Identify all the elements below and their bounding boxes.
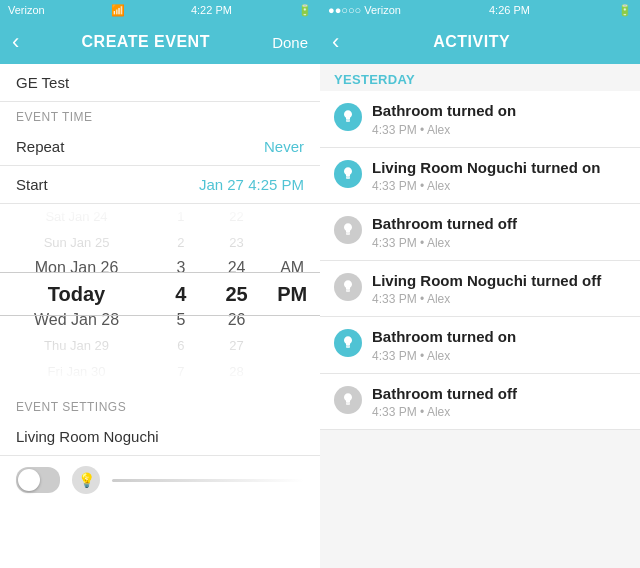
left-status-bar: Verizon 📶 4:22 PM 🔋 [0, 0, 320, 20]
activity-content: Living Room Noguchi turned off4:33 PM • … [372, 271, 626, 307]
picker-item[interactable]: Wed Jan 28 [0, 307, 153, 333]
picker-item[interactable] [264, 230, 320, 256]
right-panel: ●●○○○ Verizon 4:26 PM 🔋 ‹ ACTIVITY YESTE… [320, 0, 640, 568]
picker-item[interactable]: Mon Jan 26 [0, 255, 153, 281]
device-name: Living Room Noguchi [16, 428, 159, 445]
start-value: Jan 27 4:25 PM [199, 176, 304, 193]
brightness-slider[interactable] [112, 479, 304, 482]
picker-item[interactable]: Thu Jan 29 [0, 333, 153, 359]
event-settings-label: EVENT SETTINGS [0, 392, 320, 418]
activity-meta: 4:33 PM • Alex [372, 123, 626, 137]
picker-item[interactable] [264, 333, 320, 359]
picker-item[interactable]: Sun Jan 25 [0, 230, 153, 256]
activity-title: Living Room Noguchi turned off [372, 271, 626, 291]
activity-item: Bathroom turned on4:33 PM • Alex [320, 317, 640, 374]
right-status-bar: ●●○○○ Verizon 4:26 PM 🔋 [320, 0, 640, 20]
bulb-icon: 💡 [72, 466, 100, 494]
picker-item[interactable]: 22 [209, 204, 265, 230]
event-time-section: EVENT TIME Repeat Never Start Jan 27 4:2… [0, 102, 320, 204]
left-time: 4:22 PM [191, 4, 232, 16]
off-toggle[interactable] [16, 467, 60, 493]
picker-item[interactable]: 4 [153, 281, 209, 307]
repeat-row[interactable]: Repeat Never [0, 128, 320, 166]
activity-content: Bathroom turned off4:33 PM • Alex [372, 384, 626, 420]
bulb-on-icon [334, 329, 362, 357]
picker-col-date[interactable]: Sat Jan 24Sun Jan 25Mon Jan 26TodayWed J… [0, 204, 153, 384]
activity-meta: 4:33 PM • Alex [372, 405, 626, 419]
activity-content: Bathroom turned on4:33 PM • Alex [372, 327, 626, 363]
repeat-label: Repeat [16, 138, 64, 155]
event-settings-section: EVENT SETTINGS Living Room Noguchi 💡 [0, 392, 320, 504]
left-panel: Verizon 📶 4:22 PM 🔋 ‹ CREATE EVENT Done … [0, 0, 320, 568]
activity-content: Bathroom turned on4:33 PM • Alex [372, 101, 626, 137]
right-back-button[interactable]: ‹ [332, 29, 339, 55]
yesterday-header: YESTERDAY [320, 64, 640, 91]
activity-content: Living Room Noguchi turned on4:33 PM • A… [372, 158, 626, 194]
activity-content: Bathroom turned off4:33 PM • Alex [372, 214, 626, 250]
activity-title: Bathroom turned on [372, 101, 626, 121]
picker-item[interactable]: 5 [153, 307, 209, 333]
activity-title: Living Room Noguchi turned on [372, 158, 626, 178]
done-button[interactable]: Done [272, 34, 308, 51]
date-time-picker[interactable]: Sat Jan 24Sun Jan 25Mon Jan 26TodayWed J… [0, 204, 320, 384]
activity-item: Living Room Noguchi turned off4:33 PM • … [320, 261, 640, 318]
left-wifi-icon: 📶 [111, 4, 125, 17]
activity-title: Bathroom turned off [372, 384, 626, 404]
bulb-off-icon [334, 386, 362, 414]
back-button[interactable]: ‹ [12, 29, 19, 55]
activity-items-container: Bathroom turned on4:33 PM • Alex Living … [320, 91, 640, 430]
bulb-on-icon [334, 160, 362, 188]
picker-item[interactable]: Fri Jan 30 [0, 358, 153, 384]
bulb-off-icon [334, 216, 362, 244]
activity-title: Bathroom turned on [372, 327, 626, 347]
right-header: ‹ ACTIVITY [320, 20, 640, 64]
picker-item[interactable]: AM [264, 255, 320, 281]
picker-item[interactable]: 26 [209, 307, 265, 333]
picker-item[interactable]: Sat Jan 24 [0, 204, 153, 230]
picker-col-ampm[interactable]: AMPM [264, 204, 320, 384]
start-label: Start [16, 176, 48, 193]
start-row[interactable]: Start Jan 27 4:25 PM [0, 166, 320, 204]
create-event-title: CREATE EVENT [82, 33, 210, 51]
activity-item: Living Room Noguchi turned on4:33 PM • A… [320, 148, 640, 205]
activity-meta: 4:33 PM • Alex [372, 236, 626, 250]
picker-item[interactable]: 25 [209, 281, 265, 307]
activity-meta: 4:33 PM • Alex [372, 179, 626, 193]
picker-item[interactable]: 24 [209, 255, 265, 281]
device-row: Living Room Noguchi [0, 418, 320, 456]
picker-item[interactable]: 7 [153, 358, 209, 384]
picker-item[interactable]: 3 [153, 255, 209, 281]
picker-item[interactable] [264, 204, 320, 230]
picker-item[interactable]: 1 [153, 204, 209, 230]
picker-item[interactable] [264, 358, 320, 384]
picker-item[interactable]: 28 [209, 358, 265, 384]
picker-col-min[interactable]: 22232425262728 [209, 204, 265, 384]
picker-item[interactable]: 23 [209, 230, 265, 256]
ge-test-row: GE Test [0, 64, 320, 102]
repeat-value: Never [264, 138, 304, 155]
activity-item: Bathroom turned on4:33 PM • Alex [320, 91, 640, 148]
bulb-on-icon [334, 103, 362, 131]
activity-list: YESTERDAY Bathroom turned on4:33 PM • Al… [320, 64, 640, 568]
activity-item: Bathroom turned off4:33 PM • Alex [320, 374, 640, 431]
activity-meta: 4:33 PM • Alex [372, 349, 626, 363]
activity-title: ACTIVITY [433, 33, 510, 51]
picker-item[interactable]: 6 [153, 333, 209, 359]
right-time: 4:26 PM [489, 4, 530, 16]
activity-title: Bathroom turned off [372, 214, 626, 234]
left-carrier: Verizon [8, 4, 45, 16]
right-carrier: ●●○○○ Verizon [328, 4, 401, 16]
picker-item[interactable]: Today [0, 281, 153, 307]
picker-col-hour[interactable]: 1234567 [153, 204, 209, 384]
activity-meta: 4:33 PM • Alex [372, 292, 626, 306]
left-header: ‹ CREATE EVENT Done [0, 20, 320, 64]
bulb-off-icon [334, 273, 362, 301]
picker-item[interactable]: 2 [153, 230, 209, 256]
toggle-knob [18, 469, 40, 491]
event-time-label: EVENT TIME [0, 102, 320, 128]
picker-item[interactable]: PM [264, 281, 320, 307]
picker-item[interactable]: 27 [209, 333, 265, 359]
activity-item: Bathroom turned off4:33 PM • Alex [320, 204, 640, 261]
left-battery-icon: 🔋 [298, 4, 312, 17]
picker-item[interactable] [264, 307, 320, 333]
